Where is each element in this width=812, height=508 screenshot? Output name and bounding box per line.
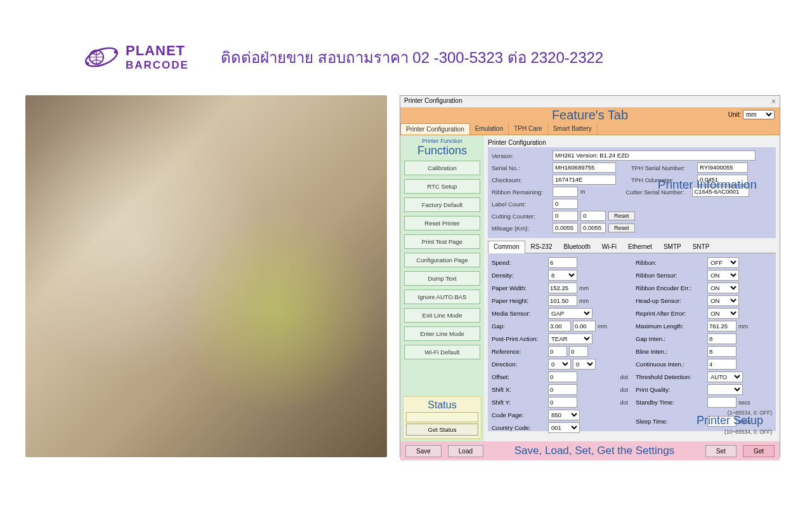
max-length-input[interactable] [707,321,737,331]
get-button[interactable]: Get [743,445,775,457]
density-select[interactable]: 8 [548,270,577,281]
subtab-common[interactable]: Common [488,241,525,253]
main-panel: Printer Configuration Printer Informatio… [484,135,780,441]
paper-width-input[interactable] [548,283,577,293]
bline-inten-input[interactable] [707,346,737,357]
logo-text: PLANET BARCODE [126,43,189,72]
fn-exit-line-mode[interactable]: Exit Line Mode [404,308,480,323]
warehouse-photo [25,95,387,457]
tab-emulation[interactable]: Emulation [470,123,509,135]
ribbon-encoder-select[interactable]: ON [707,283,739,293]
fn-configuration-page[interactable]: Configuration Page [404,253,480,267]
country-code-select[interactable]: 001 [548,422,580,433]
tagline: ติดต่อฝ่ายขาย สอบถามราคา 02 -300-5323 ต่… [221,45,603,70]
gap-inten-input[interactable] [707,333,737,344]
fn-reset-printer[interactable]: Reset Printer [404,216,480,231]
feature-banner: Feature's Tab Unit: mm [400,107,780,123]
gap-input-2[interactable] [573,321,596,331]
fn-dump-text[interactable]: Dump Text [404,271,480,286]
subtab-smtp[interactable]: SMTP [658,241,687,253]
direction-select-2[interactable]: 0 [573,359,596,370]
tph-odometer-field: 0.0451 [697,175,748,185]
footer-bar: Save Load Save, Load, Set, Get the Setti… [400,441,780,460]
status-block: Status Get Status [403,396,481,439]
sleep-time-input[interactable] [707,416,737,427]
save-button[interactable]: Save [405,445,442,457]
reference-input-1[interactable] [548,346,567,357]
tab-tph-care[interactable]: TPH Care [509,123,547,135]
printer-setup-panel: Printer Setup Speed: Density:8 Paper Wid… [488,253,776,431]
fn-print-test-page[interactable]: Print Test Page [404,234,480,249]
functions-sidebar: Printer Function Functions Calibration R… [400,135,484,441]
subtab-bluetooth[interactable]: Bluetooth [558,241,596,253]
fn-wifi-default[interactable]: Wi-Fi Default [404,345,480,359]
settings-subtabs: Common RS-232 Bluetooth Wi-Fi Ethernet S… [488,241,776,253]
printer-info-panel: Printer Information Version: MH261 Versi… [488,147,776,238]
threshold-detection-select[interactable]: AUTO [707,371,743,382]
get-status-button[interactable]: Get Status [406,424,478,436]
ribbon-select[interactable]: OFF [707,257,739,268]
status-title: Status [406,399,478,411]
speed-input[interactable] [548,257,577,268]
shift-x-input[interactable] [548,384,577,395]
tab-smart-battery[interactable]: Smart Battery [548,123,598,135]
gap-input-1[interactable] [548,321,571,331]
fn-calibration[interactable]: Calibration [404,161,480,175]
set-button[interactable]: Set [705,445,737,457]
fn-ignore-autobas[interactable]: Ignore AUTO.BAS [404,290,480,304]
post-print-action-select[interactable]: TEAR [548,333,593,344]
label-count-field: 0 [553,199,578,209]
window-title: Printer Configuration [404,97,462,106]
globe-icon [82,38,121,76]
svg-point-3 [86,62,89,65]
fn-rtc-setup[interactable]: RTC Setup [404,179,480,194]
cutter-serial-field: C1645-6AC0001 [692,187,749,197]
offset-input[interactable] [548,371,577,382]
subtab-rs232[interactable]: RS-232 [525,241,558,253]
reset-cutting-button[interactable]: Reset [608,211,635,220]
subtab-ethernet[interactable]: Ethernet [622,241,658,253]
page-header: PLANET BARCODE ติดต่อฝ่ายขาย สอบถามราคา … [0,0,812,89]
load-button[interactable]: Load [448,445,483,457]
print-quality-select[interactable] [707,384,743,395]
reference-input-2[interactable] [569,346,588,357]
ribbon-sensor-select[interactable]: ON [707,270,739,281]
svg-point-2 [114,51,117,54]
sidebar-title: Functions [403,144,481,157]
section-label: Printer Configuration [488,138,776,147]
headup-sensor-select[interactable]: ON [707,295,739,306]
unit-select[interactable]: mm [743,110,775,119]
fn-enter-line-mode[interactable]: Enter Line Mode [404,326,480,341]
status-value [406,412,478,422]
paper-height-input[interactable] [548,295,577,306]
tph-serial-field: RYI9400055 [697,163,748,173]
checksum-field: 1674714E [553,175,616,185]
tab-printer-configuration[interactable]: Printer Configuration [400,123,470,135]
serial-field: MH160689755 [553,163,616,173]
main-tabs: Printer Configuration Emulation TPH Care… [400,123,780,135]
window-titlebar: Printer Configuration × [400,96,780,107]
standby-time-input[interactable] [707,397,737,408]
version-field: MH261 Version: B1.24 EZD [553,150,756,161]
fn-factory-default[interactable]: Factory Default [404,197,480,212]
footer-text: Save, Load, Set, Get the Settings [490,444,699,457]
media-sensor-select[interactable]: GAP [548,308,593,319]
reset-mileage-button[interactable]: Reset [608,224,635,232]
close-icon[interactable]: × [771,97,776,106]
continuous-inten-input[interactable] [707,359,737,370]
logo: PLANET BARCODE [82,38,189,76]
unit-selector: Unit: mm [728,110,775,119]
printer-config-window: Printer Configuration × Feature's Tab Un… [400,95,780,457]
ribbon-remaining-field [553,187,578,197]
direction-select-1[interactable]: 0 [548,359,571,370]
reprint-after-error-select[interactable]: ON [707,308,739,319]
code-page-select[interactable]: 850 [548,410,580,420]
sidebar-heading: Printer Function [403,138,481,144]
subtab-sntp[interactable]: SNTP [687,241,716,253]
shift-y-input[interactable] [548,397,577,408]
subtab-wifi[interactable]: Wi-Fi [596,241,622,253]
